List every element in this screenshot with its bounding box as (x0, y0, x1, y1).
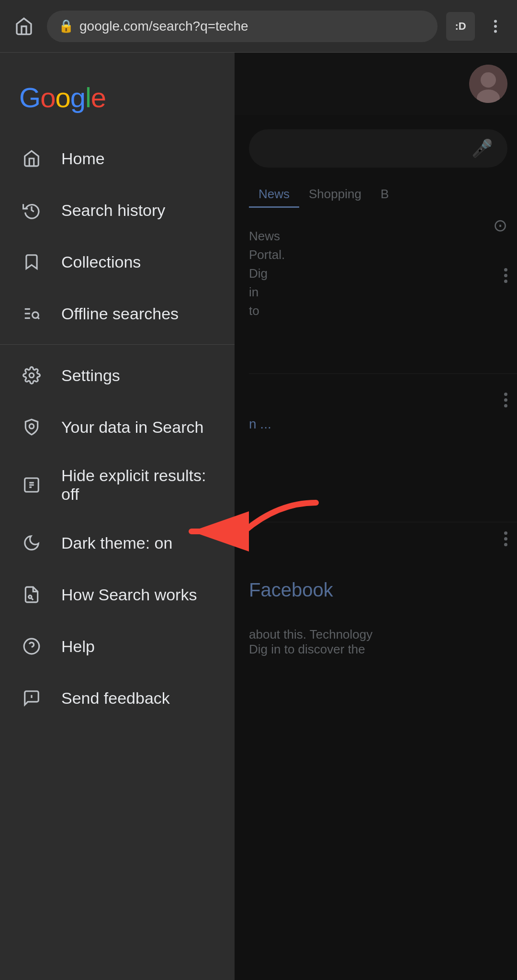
address-bar[interactable]: 🔒 google.com/search?q=teche (47, 11, 438, 42)
svg-point-17 (29, 596, 32, 598)
search-doc-icon (19, 582, 44, 607)
svg-line-10 (38, 317, 39, 319)
browser-more-button[interactable] (483, 12, 507, 41)
sidebar-collections-label: Collections (61, 253, 141, 271)
sidebar-item-help[interactable]: Help (0, 620, 235, 672)
svg-point-11 (29, 373, 34, 378)
sidebar-send-feedback-label: Send feedback (61, 689, 170, 708)
bookmark-icon (19, 249, 44, 274)
browser-home-button[interactable] (10, 12, 38, 41)
sidebar-settings-label: Settings (61, 366, 120, 385)
sidebar-item-collections[interactable]: Collections (0, 236, 235, 288)
explicit-icon (19, 473, 44, 497)
url-text: google.com/search?q=teche (79, 19, 426, 34)
sidebar-item-send-feedback[interactable]: Send feedback (0, 672, 235, 724)
help-icon (19, 634, 44, 659)
history-icon (19, 198, 44, 223)
offline-search-icon (19, 301, 44, 326)
sidebar-how-search-works-label: How Search works (61, 586, 197, 604)
sidebar-home-label: Home (61, 149, 105, 168)
tab-icon-label: :D (455, 20, 466, 33)
browser-chrome: 🔒 google.com/search?q=teche :D (0, 0, 517, 53)
moon-icon (19, 530, 44, 555)
home-icon (19, 146, 44, 171)
sidebar-item-hide-explicit[interactable]: Hide explicit results: off (0, 453, 235, 517)
sidebar-item-settings[interactable]: Settings (0, 349, 235, 401)
menu-divider-1 (0, 344, 235, 345)
sidebar-item-your-data[interactable]: Your data in Search (0, 401, 235, 453)
svg-point-0 (494, 20, 497, 23)
shield-icon (19, 415, 44, 439)
sidebar-hide-explicit-label: Hide explicit results: off (61, 466, 215, 504)
settings-icon (19, 363, 44, 388)
svg-line-18 (32, 598, 33, 600)
sidebar-search-history-label: Search history (61, 201, 165, 220)
sidebar-drawer: Google Home Search history (0, 53, 235, 980)
feedback-icon (19, 686, 44, 710)
tab-switcher-button[interactable]: :D (446, 12, 475, 41)
sidebar-dark-theme-label: Dark theme: on (61, 534, 172, 552)
sidebar-offline-searches-label: Offline searches (61, 304, 179, 323)
sidebar-your-data-label: Your data in Search (61, 418, 203, 437)
svg-point-12 (29, 424, 34, 429)
sidebar-item-home[interactable]: Home (0, 133, 235, 184)
sidebar-item-dark-theme[interactable]: Dark theme: on (0, 517, 235, 569)
page-background: 🎤 News Shopping B ⊙ News Portal. Dig in … (0, 53, 517, 980)
svg-point-1 (494, 25, 497, 28)
lock-icon: 🔒 (58, 19, 74, 34)
google-logo: Google (0, 72, 235, 133)
sidebar-item-offline-searches[interactable]: Offline searches (0, 288, 235, 339)
sidebar-help-label: Help (61, 637, 95, 656)
sidebar-item-search-history[interactable]: Search history (0, 184, 235, 236)
svg-point-2 (494, 30, 497, 33)
sidebar-item-how-search-works[interactable]: How Search works (0, 569, 235, 620)
svg-point-9 (33, 312, 39, 318)
